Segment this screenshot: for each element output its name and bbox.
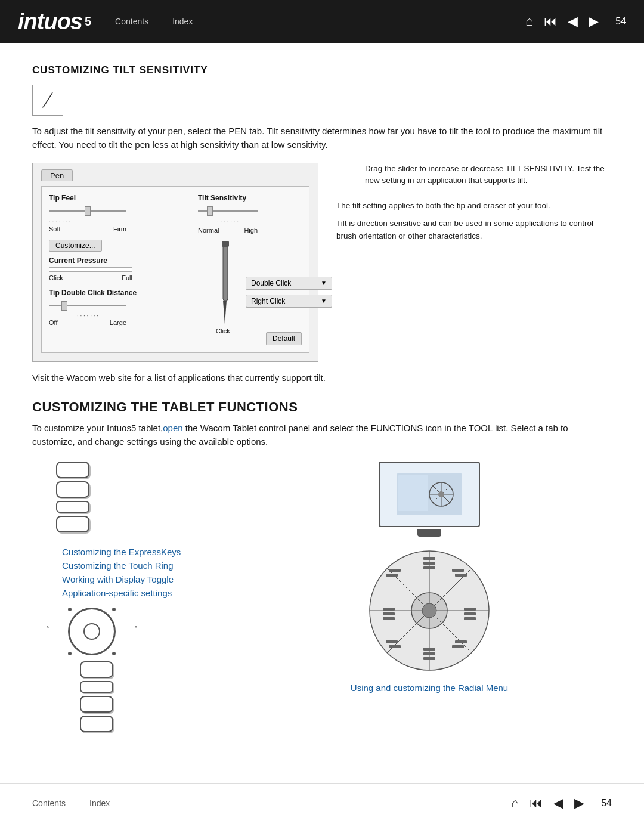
expresskey-2 (56, 481, 89, 498)
header-icons: ⌂ ⏮ ◀ ▶ 54 (525, 14, 626, 29)
firm-label: Firm (113, 225, 126, 233)
tablet-right: Using and customizing the Radial Menu (247, 462, 612, 735)
pressure-bar (49, 267, 132, 272)
svg-rect-22 (423, 562, 435, 565)
default-button[interactable]: Default (266, 332, 302, 345)
svg-rect-5 (222, 241, 229, 247)
footer-nav: Contents Index (32, 798, 511, 808)
expresskey-8 (80, 716, 113, 732)
back-icon[interactable]: ◀ (568, 14, 578, 29)
pen-icon (39, 91, 57, 109)
monitor-stand (417, 529, 441, 537)
tilt-section-title: CUSTOMIZING TILT SENSITIVITY (32, 64, 612, 76)
open-link[interactable]: open (163, 423, 182, 433)
tablet-intro-text1: To customize your Intuos5 tablet, (32, 423, 163, 433)
touch-ring (68, 608, 116, 655)
home-icon[interactable]: ⌂ (525, 14, 533, 29)
radial-menu-link[interactable]: Using and customizing the Radial Menu (351, 683, 508, 693)
footer-skip-back-icon[interactable]: ⏮ (530, 795, 543, 811)
svg-line-1 (42, 107, 44, 107)
tip-feel-slider: · · · · · · · Soft Firm (49, 205, 180, 233)
ring-dot-bl (68, 652, 72, 655)
touch-ring-inner (83, 623, 100, 640)
svg-rect-38 (455, 640, 467, 643)
dialog-inner: Tip Feel · · · · · · · Soft Firm (41, 186, 309, 353)
radial-menu-container (364, 545, 495, 678)
annotation-line-1 (336, 168, 360, 168)
svg-rect-26 (464, 617, 476, 620)
link-list: Customizing the ExpressKeys Customizing … (62, 547, 181, 602)
header: intuos5 Contents Index ⌂ ⏮ ◀ ▶ 54 (0, 0, 644, 43)
visit-text: Visit the Wacom web site for a list of a… (32, 373, 612, 383)
radial-link: Using and customizing the Radial Menu (351, 683, 508, 693)
expresskeys-group: Customizing the ExpressKeys Customizing … (56, 462, 247, 735)
right-click-label: Right Click (251, 297, 285, 305)
annotation-1: Drag the slider to increase or decrease … (336, 163, 612, 193)
tip-dbl-slider: · · · · · · · Off Large (49, 299, 180, 326)
monitor-box (379, 462, 480, 527)
annotation-text-3: Tilt is direction sensitive and can be u… (336, 218, 612, 242)
skip-back-icon[interactable]: ⏮ (544, 14, 557, 29)
svg-line-2 (52, 92, 52, 94)
link-display-toggle[interactable]: Working with Display Toggle (62, 574, 181, 584)
link-touchring[interactable]: Customizing the Touch Ring (62, 561, 181, 571)
expresskey-6 (80, 681, 113, 693)
ring-dot-tl (68, 608, 72, 611)
current-pressure-label: Current Pressure (49, 256, 180, 265)
right-click-dropdown[interactable]: Right Click ▼ (246, 295, 332, 308)
footer-forward-icon[interactable]: ▶ (574, 795, 584, 811)
svg-rect-35 (389, 569, 401, 572)
footer-nav-index[interactable]: Index (89, 798, 110, 808)
tip-feel-label: Tip Feel (49, 194, 180, 202)
tablet-intro: To customize your Intuos5 tablet,open th… (32, 421, 612, 449)
header-nav: Contents Index (115, 17, 525, 26)
footer-home-icon[interactable]: ⌂ (511, 795, 519, 811)
svg-rect-7 (398, 475, 428, 511)
dropdown-arrow: ▼ (321, 280, 327, 286)
link-app-specific[interactable]: Application-specific settings (62, 588, 181, 598)
page-number: 54 (615, 16, 626, 27)
svg-rect-28 (423, 652, 435, 655)
lower-keys (80, 661, 113, 735)
soft-label: Soft (49, 225, 61, 233)
double-click-label: Double Click (251, 279, 291, 287)
tilt-slider: · · · · · · · (198, 205, 258, 224)
annotation-col: Drag the slider to increase or decrease … (336, 163, 612, 362)
nav-contents[interactable]: Contents (115, 17, 148, 26)
svg-rect-33 (452, 569, 464, 572)
expresskey-5 (80, 661, 113, 678)
nav-index[interactable]: Index (172, 17, 193, 26)
main-content: CUSTOMIZING TILT SENSITIVITY To adjust t… (0, 43, 644, 759)
footer-icons: ⌂ ⏮ ◀ ▶ 54 (511, 795, 612, 811)
pen-illustration (216, 241, 234, 336)
off-label: Off (49, 319, 57, 326)
left-panel: Tip Feel · · · · · · · Soft Firm (49, 194, 180, 345)
footer-back-icon[interactable]: ◀ (553, 795, 564, 811)
svg-rect-29 (423, 657, 435, 660)
svg-rect-30 (383, 608, 395, 611)
tablet-section-title: CUSTOMIZING THE TABLET FUNCTIONS (32, 400, 612, 415)
footer-page-number: 54 (601, 798, 612, 809)
annotation-text-2: The tilt setting applies to both the tip… (336, 200, 612, 212)
footer: Contents Index ⌂ ⏮ ◀ ▶ 54 (0, 783, 644, 823)
pen-icon-box (32, 85, 63, 116)
dialog-area: Pen Tip Feel · · · · · · · (32, 163, 612, 362)
svg-rect-32 (383, 617, 395, 620)
full-label: Full (122, 274, 132, 281)
monitor-content (394, 470, 465, 518)
svg-rect-27 (423, 648, 435, 651)
logo-intuos: intuos (18, 9, 82, 35)
link-expresskeys[interactable]: Customizing the ExpressKeys (62, 547, 181, 557)
ring-dot-br (112, 652, 116, 655)
svg-rect-36 (386, 574, 398, 577)
tilt-sensitivity-label: Tilt Sensitivity (198, 194, 246, 202)
double-click-dropdown[interactable]: Double Click ▼ (246, 277, 332, 290)
svg-rect-3 (223, 241, 228, 301)
forward-icon[interactable]: ▶ (589, 14, 599, 29)
customize-button[interactable]: Customize... (49, 240, 102, 252)
footer-nav-contents[interactable]: Contents (32, 798, 66, 808)
dropdown-arrow2: ▼ (321, 298, 327, 304)
logo-version: 5 (85, 15, 91, 29)
radial-menu-svg (364, 545, 495, 676)
svg-point-20 (422, 603, 436, 618)
